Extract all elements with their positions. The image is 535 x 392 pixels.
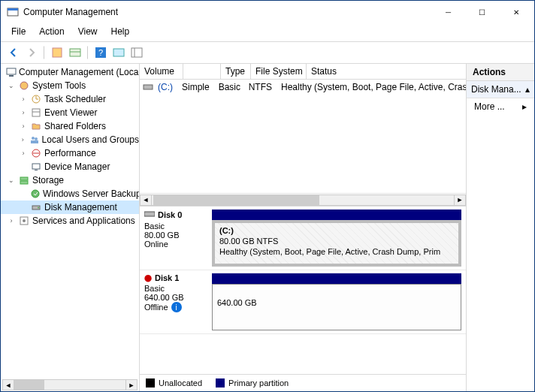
expand-icon[interactable]: › (7, 216, 16, 225)
scroll-thumb[interactable] (14, 380, 44, 390)
info-icon[interactable]: i (171, 302, 182, 312)
col-layout[interactable] (183, 64, 221, 79)
toolbar-icon-2[interactable] (67, 44, 83, 61)
partition-box[interactable]: (C:) 80.00 GB NTFS Healthy (System, Boot… (212, 220, 461, 267)
scroll-left-icon[interactable]: ◄ (2, 379, 14, 390)
volume-table: Volume Type File System Status (C:) Simp… (140, 64, 466, 207)
svg-rect-20 (31, 140, 38, 143)
volume-row[interactable]: (C:) Simple Basic NTFS Healthy (System, … (140, 80, 466, 95)
volume-headers: Volume Type File System Status (140, 64, 466, 80)
chevron-right-icon: ▸ (522, 101, 527, 112)
col-fs[interactable]: File System (251, 64, 307, 79)
tree-label: Services and Applications (32, 216, 135, 226)
scroll-thumb[interactable] (153, 195, 319, 205)
expand-icon[interactable]: ⌄ (7, 81, 16, 90)
svg-rect-33 (144, 212, 155, 216)
expand-icon[interactable]: ⌄ (7, 176, 16, 185)
svg-rect-10 (7, 68, 16, 74)
close-button[interactable]: ✕ (499, 2, 533, 23)
svg-rect-8 (131, 48, 142, 57)
window-title: Computer Management (23, 7, 431, 17)
collapse-icon[interactable]: ▴ (525, 84, 530, 95)
event-icon (30, 107, 42, 119)
menu-help[interactable]: Help (105, 25, 136, 38)
minimize-button[interactable]: ─ (431, 2, 465, 23)
svg-point-27 (32, 190, 39, 198)
col-volume[interactable]: Volume (140, 64, 183, 79)
toolbar-icon-3[interactable] (110, 44, 127, 61)
svg-rect-24 (35, 170, 38, 170)
tree-root[interactable]: Computer Management (Local (1, 65, 139, 79)
tree-scrollbar[interactable]: ◄ ► (1, 378, 139, 391)
toolbar-icon-1[interactable] (49, 44, 65, 61)
clock-icon (30, 93, 42, 105)
toolbar-sep (87, 46, 89, 59)
perf-icon (30, 147, 42, 159)
menu-file[interactable]: File (5, 25, 32, 38)
menu-view[interactable]: View (72, 25, 104, 38)
svg-rect-16 (32, 109, 40, 116)
tree-event-viewer[interactable]: › Event Viewer (1, 106, 139, 119)
expand-icon[interactable]: › (19, 122, 28, 131)
scroll-right-icon[interactable]: ► (125, 379, 138, 390)
expand-icon[interactable]: › (19, 95, 28, 104)
col-status[interactable]: Status (307, 64, 466, 79)
tree-label: Windows Server Backup (43, 188, 139, 199)
partition-box[interactable]: 640.00 GB (212, 284, 461, 330)
menu-action[interactable]: Action (33, 25, 70, 38)
col-type[interactable]: Type (221, 64, 251, 79)
expand-icon[interactable]: › (19, 108, 28, 117)
tree-storage[interactable]: ⌄ Storage (1, 173, 139, 187)
tree-disk-management[interactable]: Disk Management (1, 201, 139, 214)
partition-header (212, 273, 461, 284)
center-pane: Volume Type File System Status (C:) Simp… (140, 64, 467, 391)
svg-rect-3 (70, 49, 80, 56)
svg-rect-32 (144, 85, 153, 89)
svg-rect-11 (9, 75, 14, 77)
disk-icon (144, 210, 155, 220)
tree-system-tools[interactable]: ⌄ System Tools (1, 79, 139, 92)
actions-more[interactable]: More ... ▸ (467, 98, 534, 115)
scroll-left-icon[interactable]: ◄ (140, 194, 152, 206)
tree-device-manager[interactable]: Device Manager (1, 160, 139, 173)
tree-performance[interactable]: › Performance (1, 146, 139, 160)
maximize-button[interactable]: ☐ (465, 2, 499, 23)
help-button[interactable]: ? (92, 44, 109, 61)
back-button[interactable] (5, 44, 22, 61)
disk-status: Offline (144, 303, 168, 312)
toolbar-icon-4[interactable] (128, 44, 145, 61)
legend-primary: Primary partition (228, 378, 289, 387)
tree-windows-backup[interactable]: Windows Server Backup (1, 187, 139, 201)
tree-local-users[interactable]: › Local Users and Groups (1, 133, 139, 146)
forward-button[interactable] (23, 44, 40, 61)
tree-task-scheduler[interactable]: › Task Scheduler (1, 92, 139, 106)
menubar: File Action View Help (1, 23, 534, 42)
partition-status: Healthy (System, Boot, Page File, Active… (219, 247, 440, 256)
disk-info: ⬤Disk 1 Basic 640.00 GB Offline i (144, 273, 212, 330)
tree-label: Local Users and Groups (42, 134, 139, 145)
scroll-track[interactable] (152, 194, 454, 206)
disk-name: Disk 0 (158, 210, 182, 219)
disk-row-0[interactable]: Disk 0 Basic 80.00 GB Online (C:) 80.00 … (140, 207, 466, 270)
volume-scrollbar[interactable]: ◄ ► (140, 193, 466, 206)
tree-services-apps[interactable]: › Services and Applications (1, 214, 139, 228)
tree-label: Disk Management (44, 202, 117, 213)
actions-category[interactable]: Disk Mana... ▴ (467, 81, 534, 98)
disk-area: Disk 0 Basic 80.00 GB Online (C:) 80.00 … (140, 207, 466, 374)
disk-size: 640.00 GB (144, 293, 207, 302)
disk-row-1[interactable]: ⬤Disk 1 Basic 640.00 GB Offline i 640.00… (140, 270, 466, 334)
tree-shared-folders[interactable]: › Shared Folders (1, 119, 139, 133)
disk-size: 80.00 GB (144, 231, 207, 240)
disk-status: Online (144, 240, 168, 249)
tree-label: Event Viewer (44, 107, 97, 118)
disk-graphic[interactable]: (C:) 80.00 GB NTFS Healthy (System, Boot… (212, 210, 461, 267)
scroll-right-icon[interactable]: ► (454, 194, 466, 206)
scroll-track[interactable] (14, 379, 125, 390)
expand-icon[interactable]: › (19, 135, 27, 144)
disk-icon (30, 201, 42, 213)
legend: Unallocated Primary partition (140, 374, 466, 391)
disk-kind: Basic (144, 222, 207, 231)
storage-icon (18, 174, 30, 186)
disk-graphic[interactable]: 640.00 GB (212, 273, 461, 330)
expand-icon[interactable]: › (19, 149, 28, 158)
